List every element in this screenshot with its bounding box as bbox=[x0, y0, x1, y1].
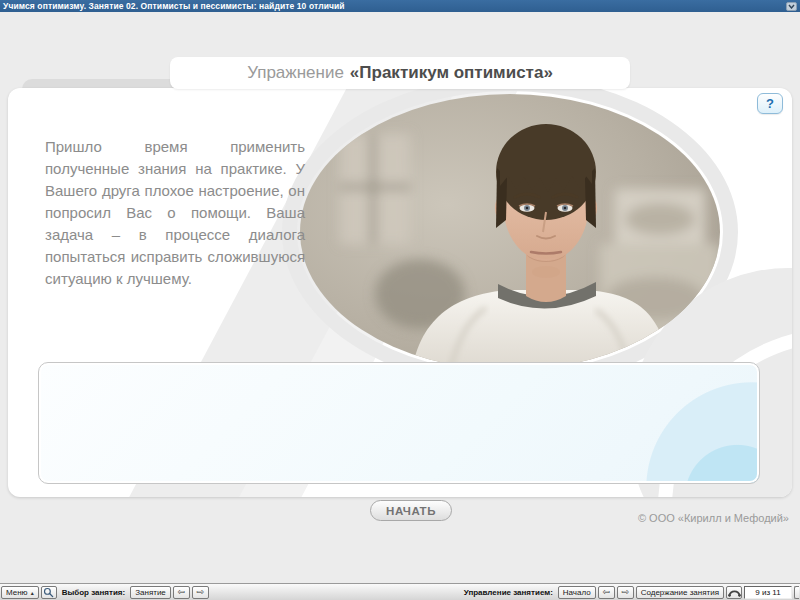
window-title: Учимся оптимизму. Занятие 02. Оптимисты … bbox=[3, 1, 345, 11]
heading-name: «Практикум оптимиста» bbox=[350, 63, 553, 83]
menu-button[interactable]: Меню ▴ bbox=[1, 586, 39, 599]
help-button[interactable]: ? bbox=[757, 93, 783, 114]
zoom-button[interactable] bbox=[41, 586, 57, 599]
lesson-control-label: Управление занятием: bbox=[464, 588, 553, 597]
menu-button-label: Меню bbox=[6, 588, 28, 597]
magnifier-icon bbox=[43, 587, 54, 598]
collapse-button[interactable] bbox=[786, 2, 797, 11]
avatar-illustration bbox=[300, 94, 720, 370]
heading-prefix: Упражнение bbox=[247, 63, 344, 83]
begin-button[interactable]: Начало bbox=[558, 586, 596, 599]
exercise-heading-card: Упражнение «Практикум оптимиста» bbox=[170, 57, 630, 89]
instruction-text: Пришло время применить полученные знания… bbox=[45, 136, 305, 290]
help-button-label: ? bbox=[766, 96, 774, 111]
menu-arrow-icon: ▴ bbox=[31, 589, 34, 596]
bottom-toolbar: Меню ▴ Выбор занятия: Занятие ⇦ ⇨ Управл… bbox=[0, 583, 800, 600]
toolbar-right-group: Управление занятием: Начало ⇦ ⇨ Содержан… bbox=[461, 586, 799, 599]
handset-button[interactable] bbox=[726, 586, 742, 599]
prev-lesson-button[interactable]: ⇦ bbox=[173, 586, 190, 599]
window-titlebar: Учимся оптимизму. Занятие 02. Оптимисты … bbox=[0, 0, 800, 12]
start-button[interactable]: НАЧАТЬ bbox=[370, 500, 452, 521]
chevron-down-icon bbox=[788, 4, 795, 9]
exercise-card: ? Пришло время применить полученные знан… bbox=[8, 88, 792, 497]
edge-partial-button[interactable] bbox=[794, 586, 799, 599]
lesson-button[interactable]: Занятие bbox=[130, 586, 171, 599]
next-lesson-button[interactable]: ⇨ bbox=[192, 586, 209, 599]
next-step-button[interactable]: ⇨ bbox=[617, 586, 634, 599]
app-window: Учимся оптимизму. Занятие 02. Оптимисты … bbox=[0, 0, 800, 600]
phone-handset-icon bbox=[728, 588, 741, 597]
prev-step-button[interactable]: ⇦ bbox=[598, 586, 615, 599]
avatar bbox=[300, 94, 720, 370]
dialog-panel bbox=[38, 362, 760, 484]
page-counter: 9 из 11 bbox=[744, 586, 792, 599]
lesson-select-label: Выбор занятия: bbox=[62, 588, 126, 597]
copyright: © ООО «Кирилл и Мефодий» bbox=[638, 512, 789, 524]
toolbar-left-group: Меню ▴ Выбор занятия: Занятие ⇦ ⇨ bbox=[1, 586, 209, 599]
lesson-contents-button[interactable]: Содержание занятия bbox=[636, 586, 724, 599]
